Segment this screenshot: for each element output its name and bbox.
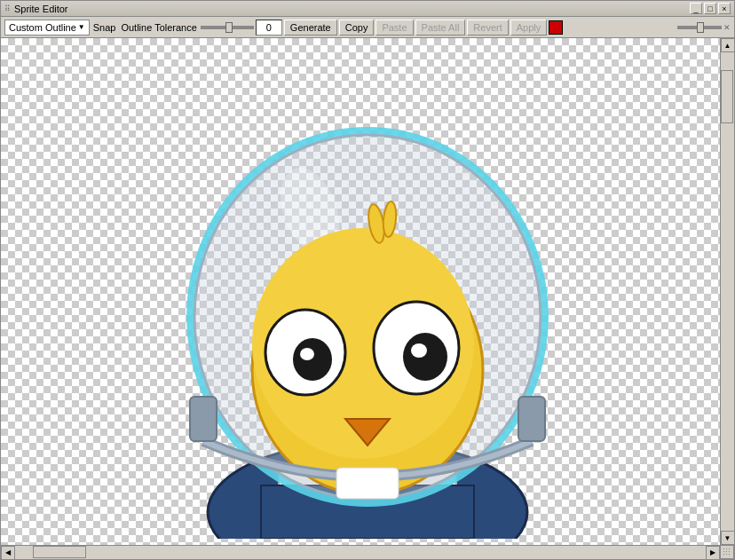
outline-mode-label: Custom Outline (9, 22, 76, 33)
scroll-down-button[interactable]: ▼ (721, 531, 735, 545)
svg-point-10 (293, 338, 332, 381)
tolerance-label: Outline Tolerance (121, 22, 196, 33)
svg-point-12 (403, 333, 447, 381)
grip-icon: ⠿ (4, 4, 11, 13)
svg-rect-18 (518, 397, 545, 441)
tolerance-value: 0 (256, 20, 282, 35)
svg-rect-17 (190, 397, 217, 441)
horizontal-scrollbar[interactable]: ◀ ▶ (1, 545, 720, 559)
copy-button[interactable]: Copy (339, 20, 375, 35)
h-scroll-track[interactable] (15, 546, 706, 559)
minimize-button[interactable]: _ (690, 3, 702, 14)
apply-button[interactable]: Apply (510, 20, 548, 35)
title-bar: ⠿ Sprite Editor _ □ × (1, 1, 734, 17)
tolerance-slider-thumb[interactable] (225, 22, 233, 33)
chevron-down-icon: ▼ (78, 23, 85, 31)
sprite-editor-window: ⠿ Sprite Editor _ □ × Custom Outline ▼ S… (0, 0, 735, 560)
window-title: Sprite Editor (14, 4, 68, 14)
v-scroll-track[interactable] (721, 52, 734, 531)
zoom-slider-container: ✕ (677, 23, 731, 32)
revert-button[interactable]: Revert (467, 20, 508, 35)
tolerance-slider[interactable] (201, 26, 254, 29)
h-scroll-thumb[interactable] (33, 546, 86, 558)
sprite-svg (101, 59, 634, 539)
maximize-button[interactable]: □ (704, 3, 716, 14)
svg-rect-19 (336, 468, 399, 499)
scroll-left-button[interactable]: ◀ (1, 546, 15, 560)
close-button[interactable]: × (718, 3, 731, 14)
zoom-slider[interactable] (677, 26, 722, 29)
paste-all-button[interactable]: Paste All (415, 20, 466, 35)
v-scroll-thumb[interactable] (721, 70, 733, 123)
tolerance-slider-container (201, 26, 254, 29)
generate-button[interactable]: Generate (284, 20, 337, 35)
title-bar-controls: _ □ × (690, 3, 731, 14)
canvas-checkerboard (1, 38, 734, 559)
sprite-canvas[interactable] (101, 59, 634, 539)
color-swatch[interactable] (549, 20, 563, 35)
scrollbar-corner (720, 545, 734, 559)
scroll-up-button[interactable]: ▲ (721, 38, 735, 52)
toolbar: Custom Outline ▼ Snap Outline Tolerance … (1, 17, 734, 38)
vertical-scrollbar[interactable]: ▲ ▼ (720, 38, 734, 545)
outline-mode-dropdown[interactable]: Custom Outline ▼ (4, 20, 90, 35)
zoom-slider-thumb[interactable] (697, 22, 704, 33)
paste-button[interactable]: Paste (375, 20, 413, 35)
zoom-end-icon: ✕ (723, 23, 731, 32)
title-bar-left: ⠿ Sprite Editor (4, 4, 68, 14)
canvas-area: ◀ ▶ ▲ ▼ (1, 38, 734, 559)
svg-point-11 (300, 348, 314, 360)
resize-grip-icon (723, 548, 731, 556)
scroll-right-button[interactable]: ▶ (706, 546, 720, 560)
svg-point-13 (411, 343, 427, 358)
snap-label: Snap (93, 22, 116, 33)
